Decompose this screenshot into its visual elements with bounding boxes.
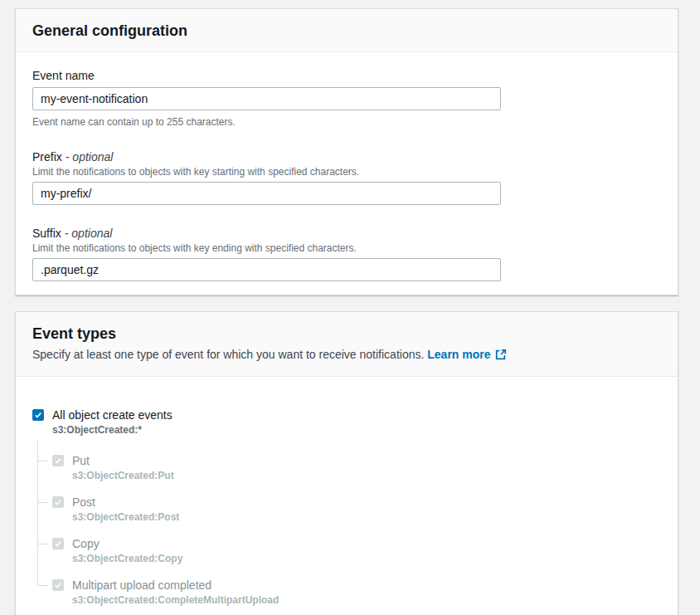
general-configuration-body: Event name Event name can contain up to … bbox=[16, 52, 678, 295]
general-configuration-title: General configuration bbox=[32, 22, 661, 40]
post-event-text: Post s3:ObjectCreated:Post bbox=[72, 494, 179, 524]
post-event-checkbox bbox=[52, 496, 64, 508]
prefix-input[interactable] bbox=[32, 182, 501, 205]
copy-event-checkbox bbox=[52, 538, 64, 549]
post-event-code: s3:ObjectCreated:Post bbox=[72, 510, 179, 524]
suffix-field-group: Suffix- optional Limit the notifications… bbox=[32, 225, 661, 281]
put-event-text: Put s3:ObjectCreated:Put bbox=[72, 452, 174, 482]
put-event-label: Put bbox=[72, 452, 174, 469]
event-name-label: Event name bbox=[32, 67, 661, 84]
learn-more-link[interactable]: Learn more bbox=[427, 348, 506, 361]
prefix-description: Limit the notifications to objects with … bbox=[32, 165, 661, 178]
multipart-upload-event-row: Multipart upload completed s3:ObjectCrea… bbox=[52, 577, 661, 607]
event-name-field-group: Event name Event name can contain up to … bbox=[32, 67, 661, 129]
learn-more-label: Learn more bbox=[427, 348, 490, 361]
tree-branch-connector bbox=[37, 502, 47, 503]
all-object-create-events-row: All object create events bbox=[32, 407, 661, 423]
event-name-input[interactable] bbox=[32, 87, 501, 110]
tree-branch-connector bbox=[37, 461, 47, 461]
put-event-code: s3:ObjectCreated:Put bbox=[72, 469, 174, 482]
copy-event-row: Copy s3:ObjectCreated:Copy bbox=[52, 535, 661, 565]
copy-event-code: s3:ObjectCreated:Copy bbox=[72, 552, 182, 565]
suffix-description: Limit the notifications to objects with … bbox=[32, 242, 661, 255]
tree-branch-connector bbox=[37, 544, 47, 544]
copy-event-text: Copy s3:ObjectCreated:Copy bbox=[72, 535, 182, 565]
suffix-label: Suffix- optional bbox=[32, 225, 661, 242]
suffix-optional-label: - optional bbox=[65, 227, 113, 240]
suffix-label-text: Suffix bbox=[32, 227, 61, 240]
all-object-create-events-checkbox[interactable] bbox=[32, 409, 44, 421]
event-types-description-text: Specify at least one type of event for w… bbox=[32, 348, 424, 361]
prefix-optional-label: - optional bbox=[66, 150, 114, 164]
suffix-input[interactable] bbox=[32, 258, 501, 281]
event-types-body: All object create events s3:ObjectCreate… bbox=[16, 377, 678, 615]
event-type-children: Put s3:ObjectCreated:Put Post s3:ObjectC… bbox=[52, 452, 661, 607]
general-configuration-header: General configuration bbox=[16, 9, 678, 52]
prefix-field-group: Prefix- optional Limit the notifications… bbox=[32, 149, 661, 205]
event-types-panel: Event types Specify at least one type of… bbox=[15, 311, 678, 615]
event-types-tree: All object create events s3:ObjectCreate… bbox=[32, 407, 661, 607]
put-event-checkbox bbox=[52, 455, 64, 466]
multipart-upload-event-code: s3:ObjectCreated:CompleteMultipartUpload bbox=[72, 593, 279, 607]
post-event-row: Post s3:ObjectCreated:Post bbox=[52, 494, 661, 524]
event-types-header: Event types Specify at least one type of… bbox=[16, 312, 678, 377]
event-name-helper: Event name can contain up to 255 charact… bbox=[32, 115, 661, 129]
all-object-create-events-code: s3:ObjectCreated:* bbox=[52, 423, 661, 437]
event-types-description: Specify at least one type of event for w… bbox=[32, 346, 661, 364]
all-object-create-events-label: All object create events bbox=[52, 407, 173, 423]
prefix-label: Prefix- optional bbox=[32, 149, 661, 165]
page: General configuration Event name Event n… bbox=[0, 0, 700, 615]
copy-event-label: Copy bbox=[72, 535, 182, 552]
event-types-title: Event types bbox=[32, 325, 661, 343]
multipart-upload-event-text: Multipart upload completed s3:ObjectCrea… bbox=[72, 577, 279, 607]
multipart-upload-event-checkbox bbox=[52, 579, 64, 591]
tree-branch-connector bbox=[37, 585, 47, 586]
post-event-label: Post bbox=[72, 494, 179, 510]
external-link-icon bbox=[495, 348, 507, 364]
put-event-row: Put s3:ObjectCreated:Put bbox=[52, 452, 661, 482]
multipart-upload-event-label: Multipart upload completed bbox=[72, 577, 279, 593]
general-configuration-panel: General configuration Event name Event n… bbox=[15, 8, 678, 295]
prefix-label-text: Prefix bbox=[32, 150, 62, 164]
tree-vertical-connector bbox=[37, 440, 38, 585]
